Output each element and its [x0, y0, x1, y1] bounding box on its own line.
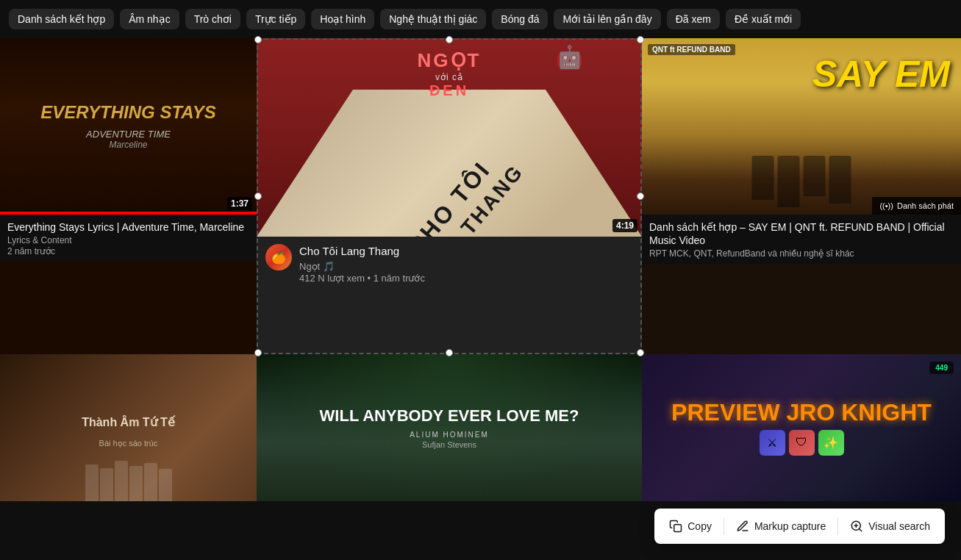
context-menu: Copy Markup capture Visual search	[654, 509, 945, 544]
playlist-label: Danh sách phát	[897, 201, 954, 210]
copy-icon	[669, 520, 682, 533]
bottom-middle-title: WILL ANYBODY EVER LOVE ME?	[305, 406, 594, 426]
stats-middle: 412 N lượt xem • 1 năm trước	[299, 273, 425, 284]
band-scene: QNT ft REFUND BAND SAY EM	[642, 38, 961, 215]
visual-search-label: Visual search	[868, 520, 930, 532]
chip-da-xem[interactable]: Đã xem	[667, 9, 720, 29]
visual-search-icon	[850, 520, 863, 533]
video-card-top-middle[interactable]: NGỌT với cả ĐEN 🤖 CHO TÔI LANG THANG 4:1…	[257, 38, 642, 354]
svg-line-2	[860, 528, 862, 531]
bottom-middle-artist: ALIUM HOMINEM	[410, 431, 489, 439]
copy-label: Copy	[687, 520, 712, 532]
playlist-overlay: ((•)) Danh sách phát	[872, 197, 961, 215]
thumb-subtitle-1: ADVENTURE TIME	[86, 129, 171, 140]
video-grid: EVERYTHING STAYS ADVENTURE TIME Marcelin…	[0, 38, 961, 501]
chip-nghe-thuat[interactable]: Nghệ thuật thị giác	[380, 9, 486, 29]
channel-top-left: Lyrics & Content	[7, 235, 249, 245]
video-card-bottom-middle[interactable]: WILL ANYBODY EVER LOVE ME? ALIUM HOMINEM…	[257, 354, 642, 501]
duration-badge-middle: 4:19	[612, 219, 637, 232]
thumb-bottom-right: 449 PREVIEW JRO KNIGHT ⚔ 🛡 ✨	[642, 354, 961, 501]
poster-den: ĐEN	[418, 82, 482, 99]
qnt-label: QNT ft REFUND BAND	[648, 44, 735, 55]
markup-icon	[736, 520, 749, 533]
copy-button[interactable]: Copy	[657, 509, 724, 544]
video-card-top-right[interactable]: QNT ft REFUND BAND SAY EM ((•)) Danh sác…	[642, 38, 961, 354]
video-title-middle: Cho Tôi Lang Thang	[299, 244, 425, 259]
top-row: EVERYTHING STAYS ADVENTURE TIME Marcelin…	[0, 38, 961, 354]
band-figures	[752, 156, 851, 207]
filter-bar: Danh sách kết hợp Âm nhạc Trò chơi Trực …	[0, 0, 961, 38]
video-info-middle: 🍊 Cho Tôi Lang Thang Ngọt 🎵 412 N lượt x…	[257, 237, 642, 291]
bottom-right-title: PREVIEW JRO KNIGHT	[671, 401, 932, 424]
video-info-top-left: Everything Stays Lyrics | Adventure Time…	[0, 215, 257, 261]
forest-bg	[257, 354, 642, 501]
game-icons: ⚔ 🛡 ✨	[760, 430, 844, 456]
channel-avatar-middle[interactable]: 🍊	[265, 244, 292, 270]
video-meta-middle: Cho Tôi Lang Thang Ngọt 🎵 412 N lượt xem…	[299, 244, 425, 284]
bottom-row: Thành Âm Tứ Tế Bài học sáo trúc WILL ANY…	[0, 354, 961, 501]
poster-ngot: NGỌT	[418, 49, 482, 72]
progress-bar-1	[0, 212, 257, 215]
video-title-top-right: Danh sách kết hợp – SAY EM | QNT ft. REF…	[649, 220, 954, 247]
video-title-top-left: Everything Stays Lyrics | Adventure Time…	[7, 220, 249, 234]
chip-truc-tiep[interactable]: Trực tiếp	[246, 9, 305, 29]
meta-top-left: 2 năm trước	[7, 246, 249, 256]
chip-bong-da[interactable]: Bóng đá	[492, 9, 548, 29]
chip-moi-tai[interactable]: Mới tải lên gần đây	[554, 9, 660, 29]
figures-decoration	[0, 442, 257, 501]
channel-top-right: RPT MCK, QNT, RefundBand và nhiều nghệ s…	[649, 248, 954, 259]
thumb-artist-1: Marceline	[109, 140, 147, 150]
item-icon-1: ⚔	[760, 430, 785, 456]
thumb-bottom-middle: WILL ANYBODY EVER LOVE ME? ALIUM HOMINEM…	[257, 354, 642, 501]
item-icon-3: ✨	[818, 430, 844, 456]
playlist-icon: ((•))	[879, 201, 893, 210]
poster-header: NGỌT với cả ĐEN	[418, 49, 482, 99]
chip-hoat-hinh[interactable]: Hoạt hình	[311, 9, 374, 29]
uploaded-middle: 1 năm trước	[374, 273, 425, 284]
chip-danh-sach[interactable]: Danh sách kết hợp	[9, 9, 114, 29]
duration-badge-1: 1:37	[227, 197, 252, 210]
chip-am-nhac[interactable]: Âm nhạc	[120, 9, 179, 29]
channel-middle: Ngọt 🎵	[299, 261, 425, 272]
thumb-bottom-left: Thành Âm Tứ Tế Bài học sáo trúc	[0, 354, 257, 501]
video-info-top-right: Danh sách kết hợp – SAY EM | QNT ft. REF…	[642, 215, 961, 264]
views-middle: 412 N lượt xem	[299, 273, 365, 284]
thumb-right: QNT ft REFUND BAND SAY EM ((•)) Danh sác…	[642, 38, 961, 215]
chip-de-xuat[interactable]: Đề xuất mới	[726, 9, 801, 29]
thumb-middle: NGỌT với cả ĐEN 🤖 CHO TÔI LANG THANG 4:1…	[257, 38, 642, 237]
video-card-top-left[interactable]: EVERYTHING STAYS ADVENTURE TIME Marcelin…	[0, 38, 257, 354]
game-score: 449	[935, 364, 948, 372]
item-icon-2: 🛡	[789, 430, 815, 456]
bottom-left-title: Thành Âm Tứ Tế	[74, 407, 182, 438]
visual-search-button[interactable]: Visual search	[838, 509, 942, 544]
svg-rect-0	[674, 525, 682, 532]
poster-voica: với cả	[418, 72, 482, 82]
say-em-text: SAY EM	[812, 53, 950, 96]
chip-tro-choi[interactable]: Trò chơi	[185, 9, 240, 29]
bottom-middle-sub: Sufjan Stevens	[422, 440, 476, 449]
video-card-bottom-left[interactable]: Thành Âm Tứ Tế Bài học sáo trúc	[0, 354, 257, 501]
poster-figure: 🤖	[556, 44, 583, 70]
thumb-title-1: EVERYTHING STAYS	[26, 103, 231, 122]
video-card-bottom-right[interactable]: 449 PREVIEW JRO KNIGHT ⚔ 🛡 ✨	[642, 354, 961, 501]
markup-label: Markup capture	[754, 520, 826, 532]
sep-middle: •	[368, 273, 374, 284]
markup-button[interactable]: Markup capture	[724, 509, 837, 544]
game-score-area: 449	[929, 362, 954, 374]
